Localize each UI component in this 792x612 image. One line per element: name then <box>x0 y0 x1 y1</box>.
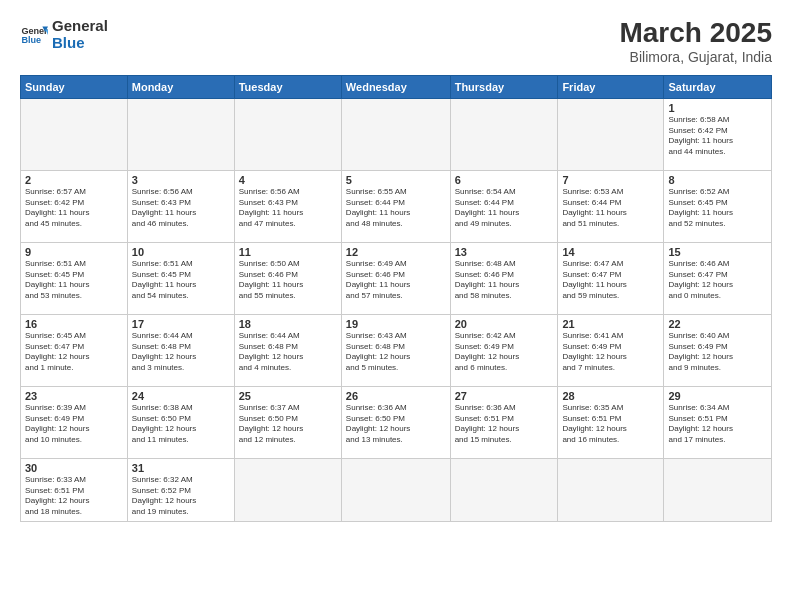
day-number: 5 <box>346 174 446 186</box>
calendar-cell <box>127 98 234 170</box>
day-info: Sunrise: 6:50 AM Sunset: 6:46 PM Dayligh… <box>239 259 337 302</box>
calendar-cell: 21Sunrise: 6:41 AM Sunset: 6:49 PM Dayli… <box>558 314 664 386</box>
calendar-cell: 7Sunrise: 6:53 AM Sunset: 6:44 PM Daylig… <box>558 170 664 242</box>
calendar-cell: 10Sunrise: 6:51 AM Sunset: 6:45 PM Dayli… <box>127 242 234 314</box>
logo: General Blue General Blue <box>20 18 108 51</box>
calendar-cell: 18Sunrise: 6:44 AM Sunset: 6:48 PM Dayli… <box>234 314 341 386</box>
day-info: Sunrise: 6:41 AM Sunset: 6:49 PM Dayligh… <box>562 331 659 374</box>
day-number: 19 <box>346 318 446 330</box>
day-number: 23 <box>25 390 123 402</box>
calendar-row-5: 30Sunrise: 6:33 AM Sunset: 6:51 PM Dayli… <box>21 458 772 521</box>
generalblue-logo-icon: General Blue <box>20 21 48 49</box>
day-info: Sunrise: 6:40 AM Sunset: 6:49 PM Dayligh… <box>668 331 767 374</box>
day-number: 1 <box>668 102 767 114</box>
calendar-cell: 13Sunrise: 6:48 AM Sunset: 6:46 PM Dayli… <box>450 242 558 314</box>
day-number: 16 <box>25 318 123 330</box>
day-number: 14 <box>562 246 659 258</box>
calendar-row-2: 9Sunrise: 6:51 AM Sunset: 6:45 PM Daylig… <box>21 242 772 314</box>
calendar-cell <box>234 458 341 521</box>
day-info: Sunrise: 6:47 AM Sunset: 6:47 PM Dayligh… <box>562 259 659 302</box>
calendar-cell: 24Sunrise: 6:38 AM Sunset: 6:50 PM Dayli… <box>127 386 234 458</box>
day-info: Sunrise: 6:53 AM Sunset: 6:44 PM Dayligh… <box>562 187 659 230</box>
day-info: Sunrise: 6:35 AM Sunset: 6:51 PM Dayligh… <box>562 403 659 446</box>
day-info: Sunrise: 6:44 AM Sunset: 6:48 PM Dayligh… <box>132 331 230 374</box>
calendar-cell: 22Sunrise: 6:40 AM Sunset: 6:49 PM Dayli… <box>664 314 772 386</box>
day-number: 21 <box>562 318 659 330</box>
day-info: Sunrise: 6:37 AM Sunset: 6:50 PM Dayligh… <box>239 403 337 446</box>
calendar-cell: 17Sunrise: 6:44 AM Sunset: 6:48 PM Dayli… <box>127 314 234 386</box>
calendar-cell: 31Sunrise: 6:32 AM Sunset: 6:52 PM Dayli… <box>127 458 234 521</box>
calendar-cell: 30Sunrise: 6:33 AM Sunset: 6:51 PM Dayli… <box>21 458 128 521</box>
page: General Blue General Blue March 2025 Bil… <box>0 0 792 612</box>
logo-general-text: General <box>52 18 108 35</box>
day-info: Sunrise: 6:32 AM Sunset: 6:52 PM Dayligh… <box>132 475 230 518</box>
logo-blue-text: Blue <box>52 35 108 52</box>
calendar-cell <box>664 458 772 521</box>
calendar-cell: 23Sunrise: 6:39 AM Sunset: 6:49 PM Dayli… <box>21 386 128 458</box>
day-info: Sunrise: 6:43 AM Sunset: 6:48 PM Dayligh… <box>346 331 446 374</box>
day-number: 24 <box>132 390 230 402</box>
day-number: 11 <box>239 246 337 258</box>
calendar-cell <box>558 98 664 170</box>
day-number: 3 <box>132 174 230 186</box>
day-info: Sunrise: 6:57 AM Sunset: 6:42 PM Dayligh… <box>25 187 123 230</box>
calendar-cell: 1Sunrise: 6:58 AM Sunset: 6:42 PM Daylig… <box>664 98 772 170</box>
calendar-cell <box>234 98 341 170</box>
title-block: March 2025 Bilimora, Gujarat, India <box>619 18 772 65</box>
calendar-cell: 15Sunrise: 6:46 AM Sunset: 6:47 PM Dayli… <box>664 242 772 314</box>
day-info: Sunrise: 6:45 AM Sunset: 6:47 PM Dayligh… <box>25 331 123 374</box>
day-number: 4 <box>239 174 337 186</box>
calendar-cell: 6Sunrise: 6:54 AM Sunset: 6:44 PM Daylig… <box>450 170 558 242</box>
weekday-header-tuesday: Tuesday <box>234 75 341 98</box>
day-number: 6 <box>455 174 554 186</box>
day-info: Sunrise: 6:39 AM Sunset: 6:49 PM Dayligh… <box>25 403 123 446</box>
day-number: 15 <box>668 246 767 258</box>
weekday-header-wednesday: Wednesday <box>341 75 450 98</box>
calendar-cell: 4Sunrise: 6:56 AM Sunset: 6:43 PM Daylig… <box>234 170 341 242</box>
day-info: Sunrise: 6:42 AM Sunset: 6:49 PM Dayligh… <box>455 331 554 374</box>
day-info: Sunrise: 6:52 AM Sunset: 6:45 PM Dayligh… <box>668 187 767 230</box>
day-number: 9 <box>25 246 123 258</box>
calendar-cell <box>341 98 450 170</box>
day-info: Sunrise: 6:51 AM Sunset: 6:45 PM Dayligh… <box>25 259 123 302</box>
calendar-cell: 8Sunrise: 6:52 AM Sunset: 6:45 PM Daylig… <box>664 170 772 242</box>
calendar-row-4: 23Sunrise: 6:39 AM Sunset: 6:49 PM Dayli… <box>21 386 772 458</box>
day-number: 27 <box>455 390 554 402</box>
calendar-header-row: SundayMondayTuesdayWednesdayThursdayFrid… <box>21 75 772 98</box>
day-info: Sunrise: 6:56 AM Sunset: 6:43 PM Dayligh… <box>239 187 337 230</box>
calendar-row-3: 16Sunrise: 6:45 AM Sunset: 6:47 PM Dayli… <box>21 314 772 386</box>
day-info: Sunrise: 6:46 AM Sunset: 6:47 PM Dayligh… <box>668 259 767 302</box>
day-info: Sunrise: 6:33 AM Sunset: 6:51 PM Dayligh… <box>25 475 123 518</box>
day-number: 29 <box>668 390 767 402</box>
calendar-row-1: 2Sunrise: 6:57 AM Sunset: 6:42 PM Daylig… <box>21 170 772 242</box>
calendar-cell <box>450 98 558 170</box>
calendar-cell <box>341 458 450 521</box>
calendar-row-0: 1Sunrise: 6:58 AM Sunset: 6:42 PM Daylig… <box>21 98 772 170</box>
day-info: Sunrise: 6:34 AM Sunset: 6:51 PM Dayligh… <box>668 403 767 446</box>
day-info: Sunrise: 6:49 AM Sunset: 6:46 PM Dayligh… <box>346 259 446 302</box>
day-info: Sunrise: 6:51 AM Sunset: 6:45 PM Dayligh… <box>132 259 230 302</box>
day-number: 30 <box>25 462 123 474</box>
day-number: 17 <box>132 318 230 330</box>
day-number: 8 <box>668 174 767 186</box>
day-info: Sunrise: 6:38 AM Sunset: 6:50 PM Dayligh… <box>132 403 230 446</box>
day-number: 31 <box>132 462 230 474</box>
calendar-cell: 28Sunrise: 6:35 AM Sunset: 6:51 PM Dayli… <box>558 386 664 458</box>
day-number: 18 <box>239 318 337 330</box>
calendar-cell: 11Sunrise: 6:50 AM Sunset: 6:46 PM Dayli… <box>234 242 341 314</box>
day-number: 2 <box>25 174 123 186</box>
day-info: Sunrise: 6:36 AM Sunset: 6:50 PM Dayligh… <box>346 403 446 446</box>
calendar-cell: 9Sunrise: 6:51 AM Sunset: 6:45 PM Daylig… <box>21 242 128 314</box>
day-info: Sunrise: 6:54 AM Sunset: 6:44 PM Dayligh… <box>455 187 554 230</box>
calendar-table: SundayMondayTuesdayWednesdayThursdayFrid… <box>20 75 772 522</box>
day-number: 28 <box>562 390 659 402</box>
day-info: Sunrise: 6:55 AM Sunset: 6:44 PM Dayligh… <box>346 187 446 230</box>
calendar-subtitle: Bilimora, Gujarat, India <box>619 49 772 65</box>
calendar-cell: 27Sunrise: 6:36 AM Sunset: 6:51 PM Dayli… <box>450 386 558 458</box>
weekday-header-monday: Monday <box>127 75 234 98</box>
day-number: 13 <box>455 246 554 258</box>
calendar-cell <box>450 458 558 521</box>
svg-text:Blue: Blue <box>21 35 41 45</box>
day-info: Sunrise: 6:48 AM Sunset: 6:46 PM Dayligh… <box>455 259 554 302</box>
calendar-cell: 16Sunrise: 6:45 AM Sunset: 6:47 PM Dayli… <box>21 314 128 386</box>
